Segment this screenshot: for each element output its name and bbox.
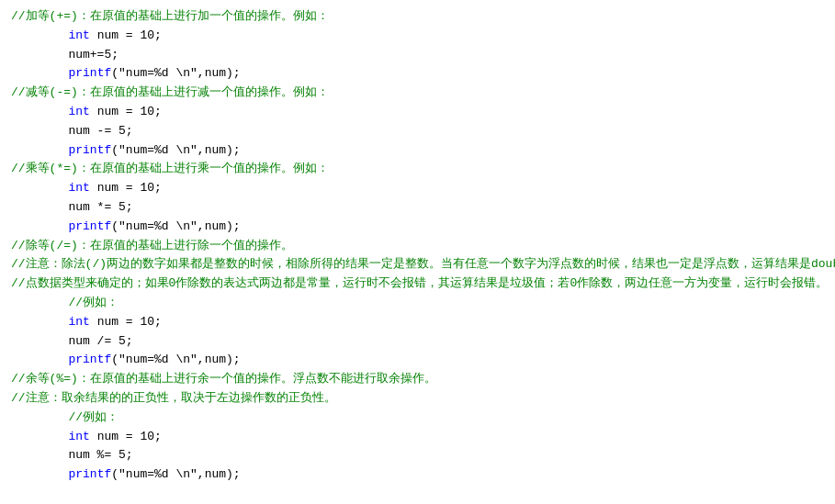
code-line: int num = 10; (11, 315, 162, 329)
code-line: int num = 10; (11, 430, 162, 443)
code-line: //减等(-=)：在原值的基础上进行减一个值的操作。例如： (11, 85, 329, 99)
code-line: //点数据类型来确定的；如果0作除数的表达式两边都是常量，运行时不会报错，其运算… (11, 276, 828, 290)
code-line: printf("num=%d \n",num); (11, 143, 241, 157)
code-line: //乘等(*=)：在原值的基础上进行乘一个值的操作。例如： (11, 162, 329, 175)
code-line: num -= 5; (11, 124, 133, 138)
code-line: num *= 5; (11, 200, 133, 214)
code-line: //例如： (11, 296, 118, 309)
code-line: printf("num=%d \n",num); (11, 219, 241, 233)
code-line: //注意：取余结果的的正负性，取决于左边操作数的正负性。 (11, 391, 336, 405)
code-line: num %= 5; (11, 448, 133, 462)
code-line: //余等(%=)：在原值的基础上进行余一个值的操作。浮点数不能进行取余操作。 (11, 372, 436, 386)
code-line: //除等(/=)：在原值的基础上进行除一个值的操作。 (11, 239, 293, 252)
code-line: num /= 5; (11, 334, 133, 348)
code-line: //例如： (11, 410, 118, 424)
code-line: //注意：除法(/)两边的数字如果都是整数的时候，相除所得的结果一定是整数。当有… (11, 257, 835, 271)
code-line: printf("num=%d \n",num); (11, 467, 241, 481)
code-viewer: //加等(+=)：在原值的基础上进行加一个值的操作。例如： int num = … (11, 7, 824, 485)
code-line: num+=5; (11, 48, 118, 62)
code-line: //加等(+=)：在原值的基础上进行加一个值的操作。例如： (11, 9, 329, 23)
code-line: printf("num=%d \n",num); (11, 353, 241, 366)
code-line: printf("num=%d \n",num); (11, 66, 241, 80)
code-line: int num = 10; (11, 105, 162, 118)
code-line: int num = 10; (11, 28, 162, 42)
code-line: int num = 10; (11, 181, 162, 195)
